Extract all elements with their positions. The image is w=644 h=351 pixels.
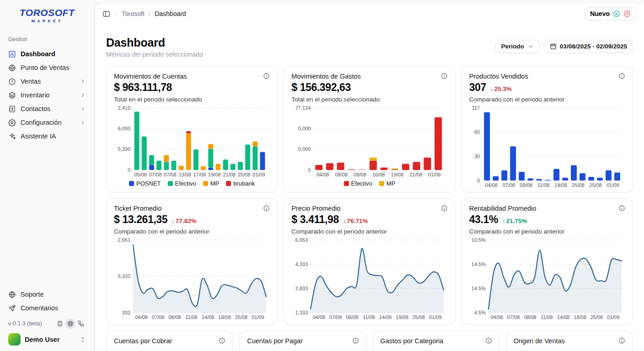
- legend-label: POSNET: [136, 180, 161, 187]
- svg-text:21/08: 21/08: [223, 172, 236, 177]
- legend-swatch: [129, 181, 134, 186]
- svg-text:08/08: 08/08: [346, 314, 359, 320]
- svg-text:13/08: 13/08: [178, 172, 191, 177]
- support-label: Soporte: [21, 291, 44, 298]
- svg-text:25/08: 25/08: [413, 314, 425, 320]
- svg-text:0: 0: [128, 167, 130, 173]
- sidebar-item-configuracion[interactable]: Configuración: [5, 116, 89, 129]
- info-icon[interactable]: [618, 73, 625, 80]
- delta-badge: ↓77.82%: [172, 218, 197, 224]
- svg-text:17/08: 17/08: [193, 172, 206, 177]
- card-title: Cuentas por Pagar: [247, 337, 303, 345]
- card-title: Origen de Ventas: [514, 337, 565, 345]
- sidebar-item-inventario[interactable]: Inventario: [5, 88, 89, 102]
- card-value: $ 156.392,63: [291, 81, 351, 94]
- svg-text:04/08: 04/08: [490, 314, 503, 320]
- card-title: Precio Promedio: [291, 205, 340, 212]
- average-ticket-chart: 2,6515,33233204/0807/0808/0811/0814/0818…: [114, 237, 270, 320]
- svg-text:25/08: 25/08: [572, 182, 585, 188]
- legend-label: Efectivo: [175, 180, 196, 187]
- chevron-right-icon: [80, 78, 86, 85]
- svg-text:1,333: 1,333: [295, 310, 308, 315]
- calculator-icon[interactable]: [55, 319, 65, 329]
- sidebar-item-dashboard[interactable]: Dashboard: [5, 47, 89, 61]
- legend-label: MP: [210, 180, 220, 187]
- svg-text:14.5%: 14.5%: [471, 286, 485, 291]
- version-label: v 0.1.3 (beta): [8, 320, 42, 327]
- svg-text:04/08: 04/08: [485, 182, 498, 188]
- new-button[interactable]: Nuevo: [584, 7, 637, 20]
- legend-item: Efectivo: [168, 180, 196, 187]
- period-select-button[interactable]: Periodo: [495, 40, 540, 53]
- sidebar-item-comentarios[interactable]: Comentarios: [5, 301, 89, 315]
- card-title: Rentabilidad Promedio: [469, 205, 537, 212]
- arrow-down-icon: ↓: [172, 218, 175, 224]
- sidebar-item-contactos[interactable]: Contactos: [5, 102, 89, 116]
- avatar: [8, 333, 21, 346]
- card-title: Movimientos de Gastos: [291, 73, 361, 80]
- info-icon[interactable]: [618, 337, 625, 344]
- svg-text:01/09: 01/09: [606, 182, 619, 188]
- sparkles-icon: [8, 133, 16, 140]
- sidebar-item-soporte[interactable]: Soporte: [5, 287, 89, 301]
- svg-text:5,330: 5,330: [118, 146, 130, 152]
- sidebar-toggle-icon[interactable]: [102, 10, 110, 18]
- user-menu[interactable]: Demo User: [5, 330, 89, 346]
- arrow-up-icon: ↑: [502, 218, 505, 224]
- sidebar-item-ventas[interactable]: Ventas: [5, 74, 89, 88]
- arrow-down-icon: ↓: [343, 218, 346, 224]
- lifebuoy-icon[interactable]: [65, 319, 75, 329]
- card-movimientos-gastos: Movimientos de Gastos $ 156.392,63 Total…: [284, 66, 455, 192]
- info-icon[interactable]: [441, 73, 448, 80]
- svg-text:25/08: 25/08: [590, 314, 603, 320]
- info-icon[interactable]: [618, 205, 625, 212]
- svg-text:5,332: 5,332: [118, 273, 130, 279]
- card-productos-vendidos: Productos Vendidos 307 ↓25.3% Comparado …: [462, 66, 633, 192]
- svg-text:01/09: 01/09: [252, 172, 265, 177]
- svg-text:18/08: 18/08: [574, 314, 586, 320]
- info-icon[interactable]: [485, 337, 492, 344]
- info-icon[interactable]: [263, 73, 270, 80]
- bottom-cards-row: Cuentas por Cobrar Cuentas por Pagar Gas…: [95, 324, 644, 351]
- card-subtitle: Comparado con el periodo anterior: [469, 96, 625, 103]
- info-icon[interactable]: [263, 205, 270, 212]
- card-movimientos-cuentas: Movimientos de Cuentas $ 963.111,78 Tota…: [106, 66, 278, 192]
- svg-text:21/08: 21/08: [410, 172, 423, 177]
- sidebar-item-punto-de-ventas[interactable]: Punto de Ventas: [5, 61, 89, 74]
- sidebar-item-asistente-ia[interactable]: Asistente IA: [5, 129, 89, 143]
- user-name: Demo User: [25, 336, 75, 343]
- topbar: Torosoft › Dashboard Nuevo: [95, 3, 644, 24]
- card-subtitle: Total en el periodo seleccionado: [291, 96, 447, 103]
- card-cuentas-por-cobrar: Cuentas por Cobrar: [106, 331, 233, 351]
- sidebar-nav: Gestion Dashboard Punto de Ventas Ventas…: [0, 34, 94, 143]
- legend-swatch: [226, 181, 231, 186]
- card-rentabilidad-promedio: Rentabilidad Promedio 43.1% ↑21.75% Comp…: [462, 198, 633, 324]
- legend-item: MP: [203, 180, 220, 187]
- card-title: Cuentas por Cobrar: [114, 337, 172, 345]
- contacts-icon: [8, 105, 16, 113]
- breadcrumb-separator: ›: [149, 11, 150, 17]
- breadcrumb-root[interactable]: Torosoft: [122, 10, 145, 17]
- svg-text:01/09: 01/09: [428, 172, 441, 177]
- svg-text:01/09: 01/09: [607, 314, 620, 320]
- info-icon[interactable]: [219, 337, 225, 344]
- svg-text:01/09: 01/09: [429, 314, 442, 320]
- legend-item: brubank: [226, 180, 255, 187]
- svg-text:11/08: 11/08: [185, 314, 198, 320]
- delta-value: 76.71%: [347, 218, 368, 224]
- svg-text:11/08: 11/08: [363, 314, 375, 320]
- svg-text:4,333: 4,333: [295, 261, 308, 267]
- date-range-button[interactable]: 03/08/2025 - 02/09/2025: [544, 40, 633, 53]
- info-icon[interactable]: [352, 337, 359, 344]
- info-icon[interactable]: [441, 205, 448, 212]
- products-sold-chart: 1176030004/0807/0809/0811/0818/0825/0825…: [469, 105, 625, 188]
- brand-logo[interactable]: TOROSOFT MARKET: [0, 7, 94, 23]
- svg-text:04/08: 04/08: [313, 314, 326, 320]
- svg-text:07/08: 07/08: [164, 172, 177, 177]
- svg-text:07/08: 07/08: [507, 314, 520, 320]
- legend-swatch: [168, 181, 173, 186]
- svg-text:25/08: 25/08: [238, 172, 251, 177]
- average-price-chart: 6,0534,3332,8331,33304/0807/0808/0811/08…: [291, 237, 447, 320]
- phone-icon[interactable]: [76, 319, 86, 329]
- svg-text:04/08: 04/08: [135, 314, 148, 320]
